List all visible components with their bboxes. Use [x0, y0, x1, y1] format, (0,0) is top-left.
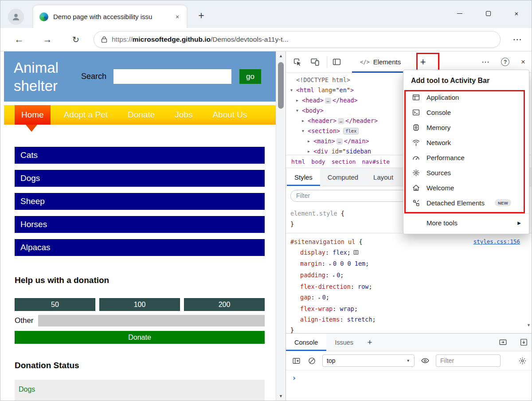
close-devtools-icon[interactable]: × — [521, 58, 525, 67]
back-button[interactable]: ← — [11, 31, 27, 47]
search-go-button[interactable]: go — [239, 69, 261, 84]
device-emulation-icon[interactable] — [308, 55, 321, 69]
close-window-button[interactable]: × — [502, 0, 531, 26]
scroll-up-icon[interactable]: ▲ — [276, 54, 286, 58]
browser-tab[interactable]: Demo page with accessibility issu × — [33, 5, 187, 28]
flex-badge[interactable]: flex — [343, 128, 359, 134]
maximize-button[interactable] — [474, 0, 502, 26]
amount-button-100[interactable]: 100 — [99, 298, 180, 311]
url-path: /Demos/devtools-a11y-t... — [211, 35, 288, 43]
forward-button[interactable]: → — [39, 31, 55, 47]
expand-node-icon[interactable]: ▶ — [308, 146, 313, 155]
tab-strip: Demo page with accessibility issu × + × — [0, 0, 532, 28]
add-drawer-tab-button[interactable]: + — [362, 334, 378, 351]
css-property[interactable]: display: flex; — [290, 247, 528, 258]
help-icon[interactable]: ? — [501, 58, 509, 66]
expand-node-icon[interactable]: ▶ — [302, 116, 308, 126]
minimize-button[interactable] — [446, 0, 474, 26]
breadcrumb-item-section[interactable]: section — [332, 158, 356, 165]
breadcrumb-item-html[interactable]: html — [291, 158, 305, 165]
search-input[interactable] — [113, 69, 231, 84]
welcome-icon — [412, 184, 420, 192]
dock-panel-icon[interactable] — [499, 338, 507, 346]
live-expression-eye-icon[interactable] — [420, 356, 430, 366]
expand-node-icon[interactable]: ▶ — [308, 136, 313, 146]
tab-console[interactable]: Console — [286, 334, 326, 351]
amount-button-200[interactable]: 200 — [184, 298, 265, 311]
tab-styles[interactable]: Styles — [287, 168, 320, 186]
devtools-more-icon[interactable]: ⋯ — [481, 57, 489, 67]
collapse-drawer-icon[interactable] — [520, 338, 528, 346]
close-tab-icon[interactable]: × — [172, 11, 183, 23]
css-property[interactable]: flex-wrap: wrap; — [290, 303, 528, 314]
donate-button[interactable]: Donate — [15, 331, 265, 344]
menu-item-application[interactable]: Application — [403, 90, 529, 105]
toolbar-divider — [327, 56, 327, 68]
animal-item-sheep[interactable]: Sheep — [15, 193, 265, 210]
tab-elements[interactable]: </> Elements — [352, 51, 409, 73]
amount-button-50[interactable]: 50 — [15, 298, 95, 311]
scrollbar-thumb[interactable] — [278, 62, 284, 109]
css-property[interactable]: align-items: stretch; — [290, 314, 528, 325]
breadcrumb-item-nav-site[interactable]: nav#site — [362, 158, 390, 165]
expand-shorthand-icon[interactable]: ▸ — [318, 295, 321, 300]
animal-item-alpacas[interactable]: Alpacas — [15, 239, 265, 256]
inline-expand-button[interactable]: … — [336, 138, 343, 145]
flex-editor-icon[interactable] — [353, 248, 359, 258]
styles-scroll-down-icon[interactable]: ▼ — [527, 323, 531, 327]
scroll-down-icon[interactable]: ▼ — [276, 394, 286, 398]
stylesheet-link[interactable]: styles.css:156 — [473, 236, 528, 247]
address-bar[interactable]: https://microsoftedge.github.io/Demos/de… — [94, 31, 501, 48]
nav-item-donate[interactable]: Donate — [121, 105, 161, 125]
breadcrumb-item-body[interactable]: body — [311, 158, 325, 165]
page-scrollbar[interactable]: ▲ ▼ — [276, 51, 286, 401]
nav-item-about-us[interactable]: About Us — [206, 105, 254, 125]
tab-layout[interactable]: Layout — [366, 168, 401, 186]
other-amount-input[interactable] — [38, 315, 265, 326]
collapse-node-icon[interactable]: ▼ — [290, 85, 296, 95]
console-sidebar-icon[interactable] — [291, 356, 301, 366]
css-property[interactable]: flex-direction: row; — [290, 281, 528, 292]
profile-avatar[interactable] — [8, 9, 24, 25]
menu-item-detached-elements[interactable]: Detached ElementsNEW — [403, 195, 529, 210]
refresh-button[interactable]: ↻ — [68, 31, 84, 47]
console-filter-input[interactable] — [436, 354, 501, 367]
nav-item-adopt-a-pet[interactable]: Adopt a Pet — [57, 105, 114, 125]
menu-item-welcome[interactable]: Welcome — [403, 180, 529, 195]
console-settings-gear-icon[interactable] — [517, 356, 527, 366]
browser-more-button[interactable]: ⋯ — [509, 31, 525, 47]
javascript-context-select[interactable]: top ▼ — [322, 354, 415, 367]
animal-item-cats[interactable]: Cats — [15, 147, 265, 164]
menu-item-console[interactable]: Console — [403, 105, 529, 120]
expand-node-icon[interactable]: ▶ — [296, 95, 302, 106]
nav-item-jobs[interactable]: Jobs — [168, 105, 199, 125]
console-prompt[interactable]: › — [286, 370, 532, 382]
inline-expand-button[interactable]: … — [325, 98, 331, 104]
tab-computed[interactable]: Computed — [320, 168, 366, 186]
new-tab-button[interactable]: + — [194, 8, 209, 23]
css-property[interactable]: padding: ▸0; — [290, 270, 528, 281]
expand-shorthand-icon[interactable]: ▸ — [332, 273, 335, 278]
activity-bar-icon[interactable] — [330, 55, 343, 69]
css-property[interactable]: margin: ▸0 0 0 1em; — [290, 258, 528, 270]
new-badge: NEW — [495, 199, 511, 206]
menu-item-more-tools[interactable]: More tools ▶ — [403, 214, 529, 232]
clear-console-icon[interactable] — [307, 356, 317, 366]
code-brackets-icon: </> — [360, 59, 370, 65]
collapse-node-icon[interactable]: ▼ — [302, 126, 308, 136]
animal-item-dogs[interactable]: Dogs — [15, 170, 265, 187]
tab-issues[interactable]: Issues — [326, 334, 362, 351]
css-property-name: flex-direction — [300, 283, 351, 290]
inspect-icon[interactable] — [290, 55, 304, 69]
menu-item-network[interactable]: Network — [403, 135, 529, 150]
menu-item-memory[interactable]: Memory — [403, 120, 529, 135]
css-property[interactable]: gap: ▸0; — [290, 292, 528, 303]
nav-item-home[interactable]: Home — [15, 105, 51, 125]
animal-item-horses[interactable]: Horses — [15, 216, 265, 233]
menu-item-sources[interactable]: Sources — [403, 165, 529, 180]
menu-item-performance[interactable]: Performance — [403, 150, 529, 165]
collapse-node-icon[interactable]: ▼ — [296, 106, 302, 116]
inline-expand-button[interactable]: … — [338, 118, 344, 124]
expand-shorthand-icon[interactable]: ▸ — [329, 262, 332, 267]
css-selector-line: #sitenavigation ul {styles.css:156 — [290, 236, 528, 247]
